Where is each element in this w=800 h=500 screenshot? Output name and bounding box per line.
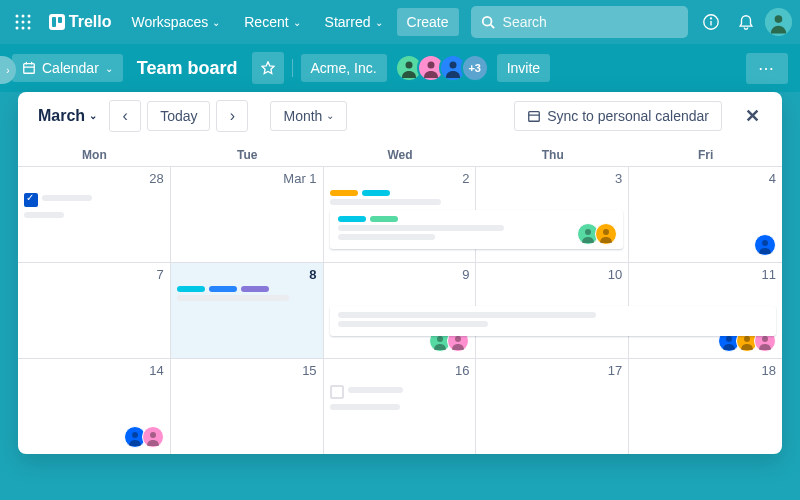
day-cell[interactable]: 16 bbox=[324, 358, 477, 454]
svg-point-21 bbox=[427, 62, 434, 69]
card-members bbox=[754, 234, 776, 256]
card-members bbox=[577, 223, 617, 245]
day-number: 14 bbox=[24, 363, 164, 382]
day-cell[interactable]: 8 bbox=[171, 262, 324, 358]
svg-point-8 bbox=[28, 27, 31, 30]
workspace-button[interactable]: Acme, Inc. bbox=[301, 54, 387, 82]
create-button[interactable]: Create bbox=[397, 8, 459, 36]
board-title[interactable]: Team board bbox=[131, 58, 244, 79]
svg-point-20 bbox=[405, 62, 412, 69]
notifications-icon[interactable] bbox=[730, 6, 761, 38]
day-number: 17 bbox=[482, 363, 622, 382]
svg-point-25 bbox=[762, 240, 768, 246]
card-spanning[interactable] bbox=[330, 210, 624, 249]
card[interactable] bbox=[330, 190, 470, 205]
today-button[interactable]: Today bbox=[147, 101, 210, 131]
day-number: Mar 1 bbox=[177, 171, 317, 190]
svg-point-34 bbox=[603, 229, 609, 235]
close-button[interactable]: ✕ bbox=[736, 100, 768, 132]
svg-point-9 bbox=[482, 17, 491, 26]
day-cell[interactable]: 18 bbox=[629, 358, 782, 454]
calendar-view: March⌄ ‹ Today › Month⌄ Sync to personal… bbox=[18, 92, 782, 454]
user-avatar[interactable] bbox=[765, 8, 792, 36]
day-cell[interactable]: 17 bbox=[476, 358, 629, 454]
svg-point-33 bbox=[585, 229, 591, 235]
card[interactable] bbox=[24, 190, 164, 218]
card[interactable] bbox=[330, 382, 470, 410]
member-avatar[interactable] bbox=[595, 223, 617, 245]
card-label bbox=[209, 286, 237, 292]
day-header: Fri bbox=[629, 140, 782, 166]
day-number: 15 bbox=[177, 363, 317, 382]
card-spanning[interactable] bbox=[330, 306, 776, 336]
search-icon bbox=[481, 15, 495, 29]
svg-line-10 bbox=[490, 25, 494, 29]
nav-recent[interactable]: Recent⌄ bbox=[234, 8, 310, 36]
svg-point-5 bbox=[28, 21, 31, 24]
day-cell[interactable]: 4 bbox=[629, 166, 782, 262]
top-navbar: Trello Workspaces⌄ Recent⌄ Starred⌄ Crea… bbox=[0, 0, 800, 44]
day-number: 11 bbox=[635, 267, 776, 286]
chevron-down-icon: ⌄ bbox=[89, 110, 97, 121]
day-number: 2 bbox=[330, 171, 470, 190]
view-range-picker[interactable]: Month⌄ bbox=[270, 101, 347, 131]
nav-starred[interactable]: Starred⌄ bbox=[315, 8, 393, 36]
svg-rect-16 bbox=[24, 64, 35, 74]
day-cell[interactable]: 15 bbox=[171, 358, 324, 454]
svg-point-0 bbox=[16, 15, 19, 18]
next-button[interactable]: › bbox=[216, 100, 248, 132]
card-label bbox=[362, 190, 390, 196]
trello-logo-icon bbox=[49, 14, 65, 30]
svg-point-32 bbox=[150, 432, 156, 438]
svg-point-29 bbox=[744, 336, 750, 342]
checkbox-icon bbox=[24, 193, 38, 207]
invite-button[interactable]: Invite bbox=[497, 54, 550, 82]
svg-point-2 bbox=[28, 15, 31, 18]
svg-point-22 bbox=[449, 62, 456, 69]
svg-point-26 bbox=[437, 336, 443, 342]
day-header: Wed bbox=[324, 140, 477, 166]
day-cell[interactable]: 14 bbox=[18, 358, 171, 454]
day-cell[interactable]: 28 bbox=[18, 166, 171, 262]
day-cell[interactable]: 7 bbox=[18, 262, 171, 358]
day-number: 18 bbox=[635, 363, 776, 382]
board-menu-button[interactable]: ⋯ bbox=[746, 53, 788, 84]
chevron-down-icon: ⌄ bbox=[375, 17, 383, 28]
nav-workspaces[interactable]: Workspaces⌄ bbox=[121, 8, 230, 36]
view-switcher[interactable]: Calendar ⌄ bbox=[12, 54, 123, 82]
chevron-down-icon: ⌄ bbox=[293, 17, 301, 28]
member-overflow[interactable]: +3 bbox=[461, 54, 489, 82]
day-number: 28 bbox=[24, 171, 164, 190]
card[interactable] bbox=[177, 286, 317, 301]
chevron-down-icon: ⌄ bbox=[105, 63, 113, 74]
svg-point-28 bbox=[726, 336, 732, 342]
day-number: 3 bbox=[482, 171, 622, 190]
checkbox-icon bbox=[330, 385, 344, 399]
day-cell[interactable]: Mar 1 bbox=[171, 166, 324, 262]
svg-point-1 bbox=[22, 15, 25, 18]
day-header: Mon bbox=[18, 140, 171, 166]
search-input[interactable] bbox=[471, 6, 688, 38]
search-field[interactable] bbox=[503, 14, 678, 30]
sync-calendar-button[interactable]: Sync to personal calendar bbox=[514, 101, 722, 131]
divider bbox=[292, 59, 293, 77]
day-number: 9 bbox=[330, 267, 470, 286]
apps-icon[interactable] bbox=[8, 6, 39, 38]
prev-button[interactable]: ‹ bbox=[109, 100, 141, 132]
card-label bbox=[338, 216, 366, 222]
board-members[interactable]: +3 bbox=[395, 54, 489, 82]
svg-point-13 bbox=[710, 18, 711, 19]
svg-point-3 bbox=[16, 21, 19, 24]
day-number: 10 bbox=[482, 267, 622, 286]
info-icon[interactable] bbox=[696, 6, 727, 38]
member-avatar[interactable] bbox=[142, 426, 164, 448]
calendar-toolbar: March⌄ ‹ Today › Month⌄ Sync to personal… bbox=[18, 92, 782, 140]
svg-point-7 bbox=[22, 27, 25, 30]
trello-logo[interactable]: Trello bbox=[43, 13, 118, 31]
card-label bbox=[241, 286, 269, 292]
card-members bbox=[124, 426, 164, 448]
month-picker[interactable]: March⌄ bbox=[32, 103, 103, 129]
member-avatar[interactable] bbox=[754, 234, 776, 256]
star-button[interactable] bbox=[252, 52, 284, 84]
logo-text: Trello bbox=[69, 13, 112, 31]
